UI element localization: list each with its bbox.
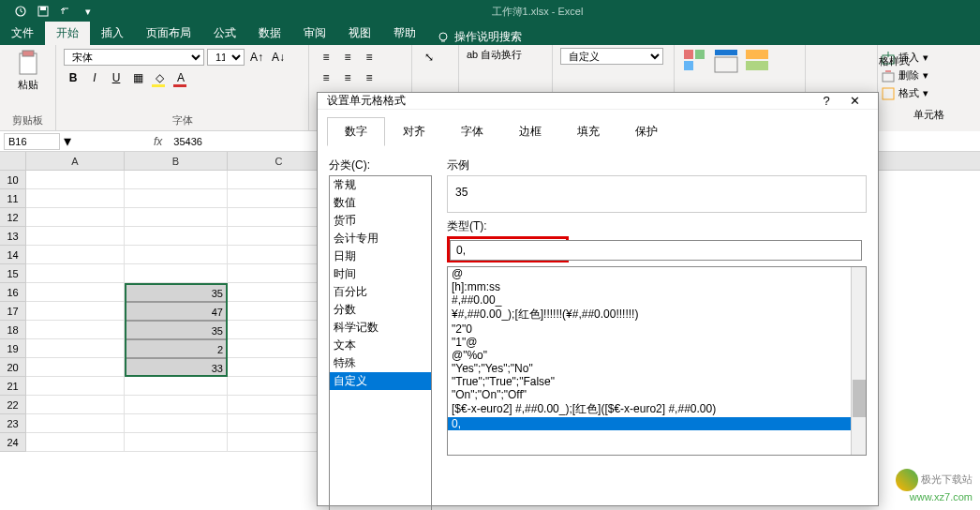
- cell-A17[interactable]: [26, 302, 125, 321]
- undo-icon[interactable]: [59, 5, 72, 18]
- format-item[interactable]: #,##0.00_: [448, 293, 866, 307]
- col-header-B[interactable]: B: [125, 152, 228, 170]
- redo-icon[interactable]: ▾: [82, 5, 95, 18]
- row-header-19[interactable]: 19: [0, 339, 26, 358]
- row-header-22[interactable]: 22: [0, 396, 26, 414]
- cell-B24[interactable]: [125, 433, 228, 452]
- name-box[interactable]: [4, 133, 60, 150]
- format-cells-button[interactable]: 格式 ▾: [882, 84, 976, 102]
- cell-C15[interactable]: [228, 264, 331, 283]
- row-header-11[interactable]: 11: [0, 189, 26, 208]
- cell-B14[interactable]: [125, 246, 228, 264]
- tell-me[interactable]: 操作说明搜索: [427, 29, 531, 45]
- tab-layout[interactable]: 页面布局: [135, 22, 202, 45]
- dropdown-icon[interactable]: ▾: [64, 132, 71, 150]
- dialog-tab-1[interactable]: 对齐: [385, 117, 443, 146]
- category-item[interactable]: 会计专用: [330, 230, 431, 248]
- category-item[interactable]: 特殊: [330, 354, 431, 372]
- cell-C17[interactable]: [228, 302, 331, 321]
- cell-A20[interactable]: [26, 358, 125, 377]
- tab-file[interactable]: 文件: [0, 22, 45, 45]
- format-item[interactable]: @"%o": [448, 349, 866, 362]
- cell-A18[interactable]: [26, 321, 125, 339]
- cell-C16[interactable]: [228, 283, 331, 302]
- cell-A14[interactable]: [26, 246, 125, 264]
- format-item[interactable]: "1"@: [448, 336, 866, 349]
- row-header-17[interactable]: 17: [0, 302, 26, 321]
- category-item[interactable]: 百分比: [330, 283, 431, 301]
- align-middle-icon[interactable]: ≡: [338, 48, 357, 67]
- align-center-icon[interactable]: ≡: [338, 68, 357, 87]
- cell-A12[interactable]: [26, 208, 125, 227]
- cell-B19[interactable]: 2: [125, 339, 228, 358]
- cell-C23[interactable]: [228, 414, 331, 433]
- increase-font-icon[interactable]: A↑: [247, 48, 266, 67]
- cell-A16[interactable]: [26, 283, 125, 302]
- decrease-font-icon[interactable]: A↓: [269, 48, 288, 67]
- row-header-24[interactable]: 24: [0, 433, 26, 452]
- type-input[interactable]: [450, 240, 862, 261]
- cell-A13[interactable]: [26, 227, 125, 246]
- cell-C19[interactable]: [228, 339, 331, 358]
- format-item[interactable]: "2"0: [448, 322, 866, 336]
- conditional-format-icon[interactable]: [682, 48, 710, 80]
- border-button[interactable]: ▦: [128, 68, 147, 87]
- row-header-15[interactable]: 15: [0, 264, 26, 283]
- cell-C13[interactable]: [228, 227, 331, 246]
- format-table-icon[interactable]: [713, 48, 741, 80]
- dialog-tab-3[interactable]: 边框: [501, 117, 559, 146]
- format-item[interactable]: "Yes";"Yes";"No": [448, 362, 866, 375]
- align-right-icon[interactable]: ≡: [360, 68, 379, 87]
- cell-C14[interactable]: [228, 246, 331, 264]
- format-code-list[interactable]: @[h]:mm:ss#,##0.00_¥#,##0.00_);[红色]!!!!!…: [447, 266, 867, 456]
- dialog-tab-0[interactable]: 数字: [327, 117, 385, 146]
- delete-cells-button[interactable]: 删除 ▾: [882, 67, 976, 84]
- dialog-tab-2[interactable]: 字体: [443, 117, 501, 146]
- cell-C21[interactable]: [228, 377, 331, 396]
- fx-icon[interactable]: fx: [146, 135, 170, 148]
- tab-view[interactable]: 视图: [337, 22, 382, 45]
- dialog-tab-4[interactable]: 填充: [559, 117, 617, 146]
- fill-color-button[interactable]: ◇: [150, 68, 169, 87]
- cell-B13[interactable]: [125, 227, 228, 246]
- cell-B10[interactable]: [125, 171, 228, 189]
- bold-button[interactable]: B: [64, 68, 82, 87]
- align-left-icon[interactable]: ≡: [317, 68, 335, 87]
- help-icon[interactable]: ?: [812, 94, 840, 108]
- cell-B22[interactable]: [125, 396, 228, 414]
- cell-B21[interactable]: [125, 377, 228, 396]
- tab-help[interactable]: 帮助: [382, 22, 427, 45]
- cell-B16[interactable]: 35: [125, 283, 228, 302]
- format-item[interactable]: @: [448, 267, 866, 280]
- font-name-select[interactable]: 宋体: [64, 49, 204, 66]
- tab-insert[interactable]: 插入: [90, 22, 135, 45]
- number-format-select[interactable]: 自定义: [560, 48, 663, 65]
- cell-C18[interactable]: [228, 321, 331, 339]
- orientation-button[interactable]: ⤡: [420, 48, 438, 67]
- format-item[interactable]: 0,: [448, 417, 866, 430]
- dialog-tab-5[interactable]: 保护: [617, 117, 676, 146]
- cell-A22[interactable]: [26, 396, 125, 414]
- italic-button[interactable]: I: [85, 68, 104, 87]
- format-item[interactable]: [$€-x-euro2] #,##0.00_);[红色]([$€-x-euro2…: [448, 401, 866, 417]
- row-header-21[interactable]: 21: [0, 377, 26, 396]
- tab-data[interactable]: 数据: [247, 22, 292, 45]
- cell-B20[interactable]: 33: [125, 358, 228, 377]
- cell-C10[interactable]: [228, 171, 331, 189]
- row-header-14[interactable]: 14: [0, 246, 26, 264]
- cell-A21[interactable]: [26, 377, 125, 396]
- underline-button[interactable]: U: [107, 68, 126, 87]
- category-item[interactable]: 文本: [330, 337, 431, 354]
- cell-B17[interactable]: 47: [125, 302, 228, 321]
- row-header-13[interactable]: 13: [0, 227, 26, 246]
- row-header-10[interactable]: 10: [0, 171, 26, 189]
- tab-formulas[interactable]: 公式: [202, 22, 247, 45]
- format-item[interactable]: ¥#,##0.00_);[红色]!!!!!!(¥#,##0.00!!!!!!): [448, 307, 866, 322]
- cell-A10[interactable]: [26, 171, 125, 189]
- autosave-icon[interactable]: [14, 5, 27, 18]
- scrollbar[interactable]: [851, 267, 866, 455]
- cell-A23[interactable]: [26, 414, 125, 433]
- category-item[interactable]: 货币: [330, 212, 431, 230]
- row-header-23[interactable]: 23: [0, 414, 26, 433]
- cell-C20[interactable]: [228, 358, 331, 377]
